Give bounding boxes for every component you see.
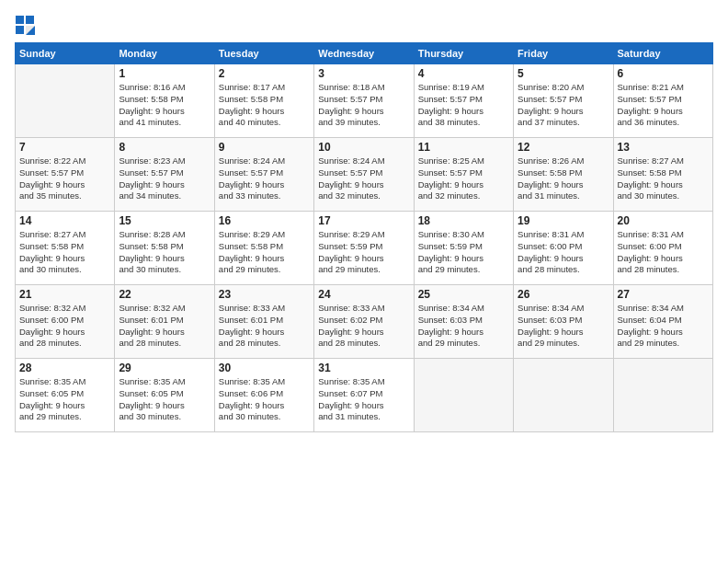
day-info: Sunrise: 8:34 AM Sunset: 6:04 PM Dayligh…: [618, 303, 709, 350]
calendar-cell: 26Sunrise: 8:34 AM Sunset: 6:03 PM Dayli…: [514, 285, 613, 359]
day-number: 30: [219, 362, 310, 374]
day-number: 26: [518, 288, 609, 301]
day-info: Sunrise: 8:24 AM Sunset: 5:57 PM Dayligh…: [219, 155, 310, 202]
day-number: 28: [19, 362, 110, 374]
calendar-cell: 27Sunrise: 8:34 AM Sunset: 6:04 PM Dayli…: [613, 285, 712, 359]
calendar-cell: 30Sunrise: 8:35 AM Sunset: 6:06 PM Dayli…: [214, 359, 313, 432]
day-number: 31: [318, 362, 409, 374]
weekday-header-monday: Monday: [115, 43, 214, 64]
day-info: Sunrise: 8:35 AM Sunset: 6:07 PM Dayligh…: [318, 376, 409, 423]
week-row-4: 21Sunrise: 8:32 AM Sunset: 6:00 PM Dayli…: [16, 285, 713, 359]
day-number: 5: [518, 67, 609, 80]
calendar-cell: 7Sunrise: 8:22 AM Sunset: 5:57 PM Daylig…: [16, 138, 115, 212]
calendar-cell: 21Sunrise: 8:32 AM Sunset: 6:00 PM Dayli…: [16, 285, 115, 359]
calendar-cell: 5Sunrise: 8:20 AM Sunset: 5:57 PM Daylig…: [514, 64, 613, 138]
day-info: Sunrise: 8:33 AM Sunset: 6:01 PM Dayligh…: [219, 303, 310, 350]
day-info: Sunrise: 8:35 AM Sunset: 6:05 PM Dayligh…: [119, 376, 210, 423]
day-number: 17: [318, 214, 409, 227]
day-number: 10: [318, 141, 409, 154]
day-info: Sunrise: 8:29 AM Sunset: 5:58 PM Dayligh…: [219, 229, 310, 276]
calendar-cell: 17Sunrise: 8:29 AM Sunset: 5:59 PM Dayli…: [314, 212, 414, 285]
day-info: Sunrise: 8:33 AM Sunset: 6:02 PM Dayligh…: [318, 303, 409, 350]
day-number: 6: [618, 67, 709, 80]
day-info: Sunrise: 8:19 AM Sunset: 5:57 PM Dayligh…: [418, 82, 509, 129]
calendar-cell: 18Sunrise: 8:30 AM Sunset: 5:59 PM Dayli…: [414, 212, 513, 285]
week-row-5: 28Sunrise: 8:35 AM Sunset: 6:05 PM Dayli…: [16, 359, 713, 432]
calendar-cell: 19Sunrise: 8:31 AM Sunset: 6:00 PM Dayli…: [514, 212, 613, 285]
day-info: Sunrise: 8:35 AM Sunset: 6:05 PM Dayligh…: [19, 376, 110, 423]
day-info: Sunrise: 8:26 AM Sunset: 5:58 PM Dayligh…: [518, 155, 609, 202]
calendar-cell: 4Sunrise: 8:19 AM Sunset: 5:57 PM Daylig…: [414, 64, 513, 138]
day-info: Sunrise: 8:32 AM Sunset: 6:01 PM Dayligh…: [119, 303, 210, 350]
day-info: Sunrise: 8:24 AM Sunset: 5:57 PM Dayligh…: [318, 155, 409, 202]
day-number: 22: [119, 288, 210, 301]
page: SundayMondayTuesdayWednesdayThursdayFrid…: [0, 0, 728, 563]
calendar-cell: 6Sunrise: 8:21 AM Sunset: 5:57 PM Daylig…: [613, 64, 712, 138]
day-info: Sunrise: 8:17 AM Sunset: 5:58 PM Dayligh…: [219, 82, 310, 129]
day-info: Sunrise: 8:23 AM Sunset: 5:57 PM Dayligh…: [119, 155, 210, 202]
day-info: Sunrise: 8:34 AM Sunset: 6:03 PM Dayligh…: [518, 303, 609, 350]
day-number: 2: [219, 67, 310, 80]
day-number: 11: [418, 141, 509, 154]
calendar-cell: 15Sunrise: 8:28 AM Sunset: 5:58 PM Dayli…: [115, 212, 214, 285]
logo: [15, 15, 37, 35]
day-number: 13: [618, 141, 709, 154]
day-number: 27: [618, 288, 709, 301]
calendar-cell: 3Sunrise: 8:18 AM Sunset: 5:57 PM Daylig…: [314, 64, 414, 138]
day-info: Sunrise: 8:25 AM Sunset: 5:57 PM Dayligh…: [418, 155, 509, 202]
calendar-cell: 1Sunrise: 8:16 AM Sunset: 5:58 PM Daylig…: [115, 64, 214, 138]
calendar-cell: 11Sunrise: 8:25 AM Sunset: 5:57 PM Dayli…: [414, 138, 513, 212]
weekday-header-wednesday: Wednesday: [314, 43, 414, 64]
day-number: 9: [219, 141, 310, 154]
calendar-cell: 16Sunrise: 8:29 AM Sunset: 5:58 PM Dayli…: [214, 212, 313, 285]
day-number: 1: [119, 67, 210, 80]
day-number: 14: [19, 214, 110, 227]
calendar-cell: 8Sunrise: 8:23 AM Sunset: 5:57 PM Daylig…: [115, 138, 214, 212]
day-info: Sunrise: 8:35 AM Sunset: 6:06 PM Dayligh…: [219, 376, 310, 423]
day-number: 15: [119, 214, 210, 227]
day-number: 3: [318, 67, 409, 80]
weekday-header-thursday: Thursday: [414, 43, 513, 64]
day-info: Sunrise: 8:22 AM Sunset: 5:57 PM Dayligh…: [19, 155, 110, 202]
calendar-cell: 29Sunrise: 8:35 AM Sunset: 6:05 PM Dayli…: [115, 359, 214, 432]
calendar-cell: 24Sunrise: 8:33 AM Sunset: 6:02 PM Dayli…: [314, 285, 414, 359]
day-info: Sunrise: 8:16 AM Sunset: 5:58 PM Dayligh…: [119, 82, 210, 129]
weekday-header-friday: Friday: [514, 43, 613, 64]
weekday-header-row: SundayMondayTuesdayWednesdayThursdayFrid…: [16, 43, 713, 64]
day-number: 12: [518, 141, 609, 154]
day-info: Sunrise: 8:31 AM Sunset: 6:00 PM Dayligh…: [518, 229, 609, 276]
calendar-cell: [414, 359, 513, 432]
day-info: Sunrise: 8:27 AM Sunset: 5:58 PM Dayligh…: [19, 229, 110, 276]
day-number: 8: [119, 141, 210, 154]
calendar-cell: [16, 64, 115, 138]
svg-rect-1: [26, 16, 34, 24]
calendar-cell: [514, 359, 613, 432]
day-number: 24: [318, 288, 409, 301]
calendar-cell: 12Sunrise: 8:26 AM Sunset: 5:58 PM Dayli…: [514, 138, 613, 212]
weekday-header-sunday: Sunday: [16, 43, 115, 64]
day-info: Sunrise: 8:20 AM Sunset: 5:57 PM Dayligh…: [518, 82, 609, 129]
day-info: Sunrise: 8:31 AM Sunset: 6:00 PM Dayligh…: [618, 229, 709, 276]
day-info: Sunrise: 8:29 AM Sunset: 5:59 PM Dayligh…: [318, 229, 409, 276]
day-info: Sunrise: 8:28 AM Sunset: 5:58 PM Dayligh…: [119, 229, 210, 276]
calendar-cell: 23Sunrise: 8:33 AM Sunset: 6:01 PM Dayli…: [214, 285, 313, 359]
header: [15, 15, 713, 35]
calendar-cell: 14Sunrise: 8:27 AM Sunset: 5:58 PM Dayli…: [16, 212, 115, 285]
day-number: 4: [418, 67, 509, 80]
weekday-header-tuesday: Tuesday: [214, 43, 313, 64]
day-number: 21: [19, 288, 110, 301]
week-row-1: 1Sunrise: 8:16 AM Sunset: 5:58 PM Daylig…: [16, 64, 713, 138]
calendar-cell: 13Sunrise: 8:27 AM Sunset: 5:58 PM Dayli…: [613, 138, 712, 212]
calendar-cell: 22Sunrise: 8:32 AM Sunset: 6:01 PM Dayli…: [115, 285, 214, 359]
day-number: 25: [418, 288, 509, 301]
calendar-cell: 2Sunrise: 8:17 AM Sunset: 5:58 PM Daylig…: [214, 64, 313, 138]
day-number: 19: [518, 214, 609, 227]
logo-icon: [15, 15, 35, 35]
day-info: Sunrise: 8:27 AM Sunset: 5:58 PM Dayligh…: [618, 155, 709, 202]
calendar-cell: 20Sunrise: 8:31 AM Sunset: 6:00 PM Dayli…: [613, 212, 712, 285]
day-number: 20: [618, 214, 709, 227]
calendar-cell: 9Sunrise: 8:24 AM Sunset: 5:57 PM Daylig…: [214, 138, 313, 212]
calendar-table: SundayMondayTuesdayWednesdayThursdayFrid…: [15, 42, 713, 432]
svg-rect-2: [16, 26, 24, 34]
svg-rect-0: [16, 16, 24, 24]
